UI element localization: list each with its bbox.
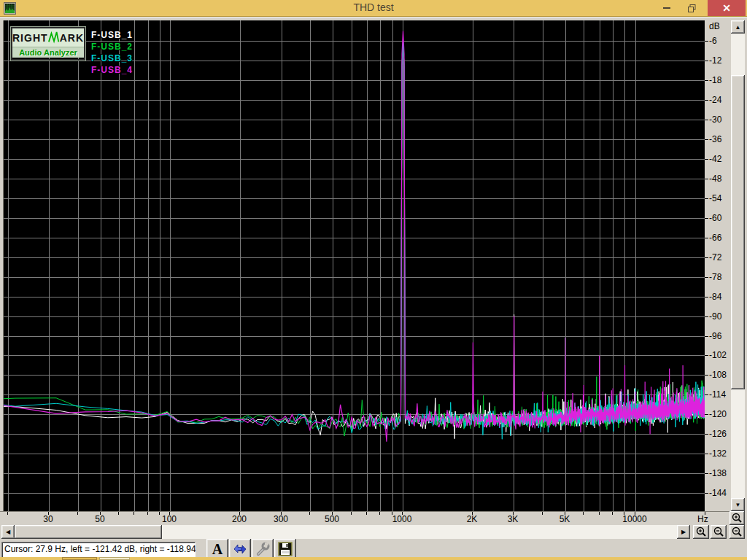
minimize-button[interactable] (657, 0, 677, 16)
save-button[interactable] (274, 539, 296, 559)
x-tick-label: 5K (560, 514, 570, 524)
y-tick-label: -132 (709, 448, 727, 459)
y-tick-mark (705, 473, 708, 474)
x-tick-label: 30 (43, 514, 53, 524)
zoom-out-horizontal-button[interactable] (711, 525, 727, 539)
rightmark-logo-title: RIGHT ARK (12, 28, 84, 47)
horizontal-scrollbar[interactable]: ◀ ▶ (1, 525, 690, 539)
close-button[interactable]: ✕ (708, 0, 746, 16)
logo-subtitle: Audio Analyzer (12, 47, 84, 58)
save-floppy-icon (278, 542, 293, 556)
logo-text-ark: ARK (60, 32, 84, 44)
y-axis: dB -6-12-18-24-30-36-42-48-54-60-66-72-7… (705, 20, 731, 511)
zoom-in-horizontal-button[interactable] (693, 525, 709, 539)
title-bar: THD test ✕ (0, 0, 747, 17)
y-tick-mark (705, 198, 708, 199)
vertical-scrollbar-thumb[interactable] (731, 75, 745, 389)
legend-entry: F-USB_4 (91, 64, 133, 76)
y-tick-label: -84 (709, 292, 721, 302)
x-tick-mark (351, 512, 352, 515)
zoom-in-icon (732, 513, 743, 524)
x-tick-mark (599, 512, 600, 515)
y-tick-label: -12 (709, 55, 721, 66)
y-tick-mark (705, 394, 708, 395)
y-tick-label: -6 (709, 36, 717, 46)
y-tick-label: -60 (709, 213, 721, 223)
x-tick-label: 500 (325, 514, 339, 524)
restore-button[interactable] (681, 0, 702, 16)
x-tick-mark (612, 512, 613, 515)
x-tick-mark (147, 512, 148, 515)
y-tick-label: -126 (709, 429, 727, 439)
y-tick-label: -138 (709, 468, 727, 478)
scroll-down-button[interactable]: ▼ (731, 498, 745, 511)
y-tick-label: -48 (709, 174, 721, 184)
refresh-button[interactable] (229, 539, 251, 559)
scroll-right-button[interactable]: ▶ (677, 525, 690, 539)
y-tick-mark (705, 238, 708, 238)
y-tick-mark (705, 159, 708, 160)
zoom-out-icon (713, 526, 724, 537)
refresh-icon (233, 542, 247, 556)
y-tick-mark (705, 139, 708, 140)
y-tick-label: -24 (709, 95, 721, 105)
y-tick-mark (705, 80, 708, 81)
horizontal-scrollbar-thumb[interactable] (15, 525, 162, 539)
vertical-scrollbar[interactable]: ▲ ▼ (731, 20, 745, 511)
x-tick-label: 3K (508, 514, 519, 524)
scroll-left-button[interactable]: ◀ (1, 525, 15, 539)
x-tick-label: 50 (95, 514, 104, 524)
y-tick-label: -36 (709, 134, 721, 144)
y-tick-mark (705, 257, 708, 258)
x-tick-mark (77, 512, 78, 515)
y-tick-label: -90 (709, 311, 721, 322)
y-tick-label: -78 (709, 272, 721, 282)
waveform-icon (48, 31, 60, 45)
zoom-out-vertical-button[interactable] (729, 525, 745, 539)
desktop-edge-strip (0, 557, 747, 560)
font-icon: A (212, 541, 222, 558)
background-window-peek (99, 557, 130, 560)
y-tick-mark (705, 41, 708, 42)
x-tick-label: 200 (232, 514, 247, 524)
minimize-icon (663, 7, 670, 9)
y-tick-label: -102 (709, 350, 727, 360)
x-tick-label: 1000 (392, 514, 412, 524)
spectrum-plot[interactable]: RIGHT ARK Audio Analyzer F-USB_1F-USB_2F… (3, 20, 705, 511)
y-tick-label: -96 (709, 331, 721, 341)
x-tick-mark (705, 512, 705, 515)
zoom-in-vertical-button[interactable] (729, 511, 745, 525)
x-tick-mark (542, 512, 543, 515)
settings-button[interactable] (252, 539, 274, 559)
zoom-out-icon (732, 526, 743, 537)
legend-entry: F-USB_3 (91, 52, 133, 64)
x-tick-label: 300 (274, 514, 288, 524)
legend-entry: F-USB_2 (91, 41, 133, 52)
y-tick-mark (705, 493, 708, 494)
close-icon: ✕ (722, 3, 731, 13)
logo-text-right: RIGHT (12, 32, 48, 44)
y-tick-label: -144 (709, 488, 727, 498)
y-tick-mark (705, 434, 708, 435)
x-tick-label: 2K (467, 514, 478, 524)
rightmark-logo: RIGHT ARK Audio Analyzer (11, 27, 85, 61)
window-title: THD test (0, 1, 747, 13)
scroll-up-button[interactable]: ▲ (731, 20, 745, 34)
cursor-status-field: Cursor: 27.9 Hz, left = -121.42 dB, righ… (1, 542, 196, 558)
y-tick-label: -66 (709, 233, 721, 243)
y-tick-mark (705, 336, 708, 337)
x-tick-mark (366, 512, 367, 515)
legend: F-USB_1F-USB_2F-USB_3F-USB_4 (91, 29, 133, 76)
x-tick-mark (583, 512, 584, 515)
series-F-USB_4 (4, 31, 705, 442)
x-tick-label: 100 (162, 514, 177, 524)
x-tick-label: 10000 (622, 514, 646, 524)
restore-icon (688, 4, 696, 12)
y-tick-mark (705, 355, 708, 356)
x-tick-mark (133, 512, 134, 515)
y-tick-mark (705, 218, 708, 219)
x-tick-mark (309, 512, 310, 515)
font-button[interactable]: A (206, 539, 228, 559)
legend-entry: F-USB_1 (91, 29, 133, 41)
x-axis: Hz 305010020030050010002K3K5K10000 (0, 511, 731, 525)
